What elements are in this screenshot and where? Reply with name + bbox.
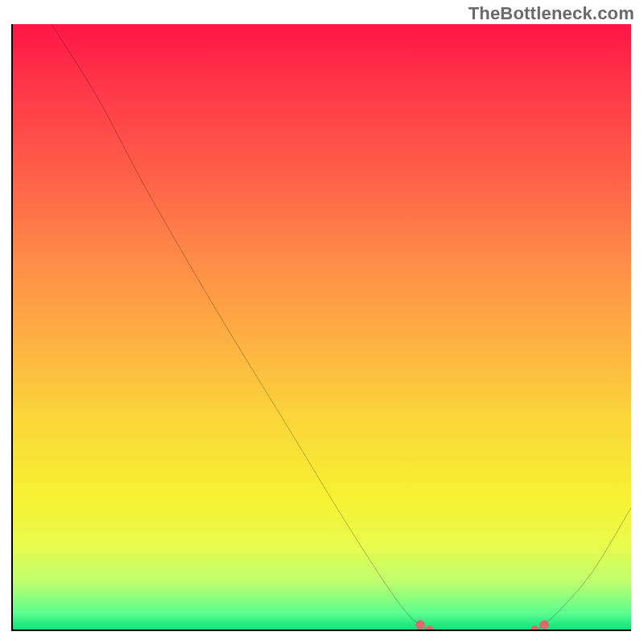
chart-container: TheBottleneck.com [0, 0, 644, 644]
plot-area [11, 24, 631, 631]
plot-inner [11, 24, 631, 631]
watermark-text: TheBottleneck.com [469, 3, 634, 24]
background-gradient [11, 24, 631, 631]
